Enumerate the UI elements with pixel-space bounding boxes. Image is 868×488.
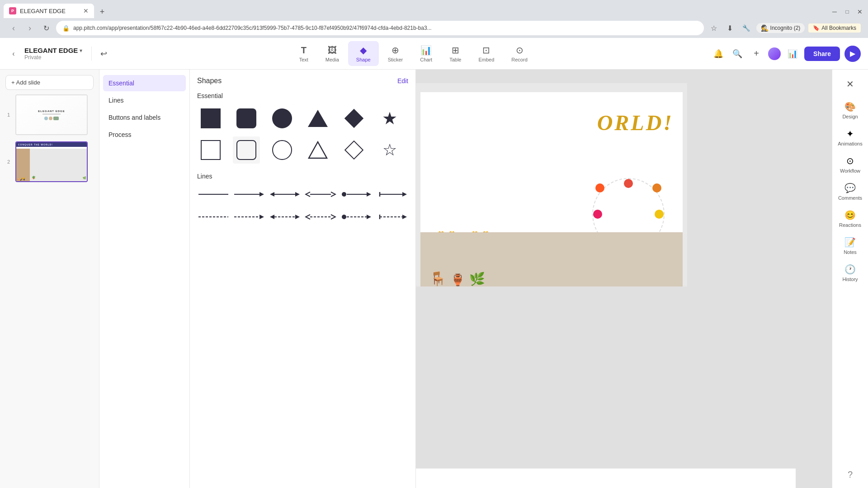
forward-nav-button[interactable]: › [24,22,36,34]
history-icon: 🕐 [844,264,856,275]
refresh-nav-button[interactable]: ↻ [40,22,52,34]
design-panel-item[interactable]: 🎨 Design [834,98,867,123]
tab-close-icon[interactable]: ✕ [83,7,89,14]
line-dashed-arrow[interactable] [233,208,265,226]
profile-button[interactable]: 🕵 Incognito (2) [756,23,805,33]
tool-chart[interactable]: 📊 Chart [412,41,440,66]
line-circle-arrow[interactable] [340,185,373,203]
shape-categories-panel: Essential Lines Buttons and labels Proce… [99,70,190,488]
new-tab-button[interactable]: + [96,5,108,18]
shape-star-filled[interactable]: ★ [376,105,403,132]
slide-item-1[interactable]: 1 ELEGANT EDGE [15,94,94,135]
window-maximize-button[interactable]: □ [841,5,854,18]
line-dashed-bar-arrow[interactable] [376,208,408,226]
history-panel-item[interactable]: 🕐 History [834,260,867,286]
lines-section-label: Lines [197,173,408,180]
reactions-panel-item[interactable]: 😊 Reactions [834,206,867,231]
edit-button[interactable]: Edit [397,77,408,84]
bookmark-star-icon[interactable]: ☆ [708,22,720,34]
close-panel-button[interactable]: ✕ [839,74,862,94]
tool-embed[interactable]: ⊡ Embed [470,41,502,66]
add-slide-button[interactable]: + Add slide [5,75,94,90]
window-close-button[interactable]: ✕ [854,5,866,18]
svg-marker-6 [295,192,300,197]
undo-button[interactable]: ↩ [95,46,112,62]
shape-square-filled[interactable] [197,105,224,132]
line-open-arrow-both[interactable] [304,185,336,203]
notes-panel-item[interactable]: 📝 Notes [834,233,867,258]
comments-label: Comments [838,195,862,201]
history-label: History [842,277,858,282]
line-double-arrow-svg [269,191,301,198]
help-panel-item[interactable]: ? [834,466,867,483]
text-tool-label: Text [299,57,308,62]
slide-item-2[interactable]: 2 CONQUER THE WORLD! 👐 🪴 🌿 [15,141,94,182]
svg-marker-26 [402,215,407,219]
table-tool-icon: ⊞ [452,45,459,56]
line-plain-svg [198,193,229,195]
lock-icon: 🔒 [62,25,70,32]
shape-triangle-outline[interactable] [304,136,331,164]
line-plain[interactable] [197,185,229,203]
workflow-panel-item[interactable]: ⊙ Workflow [834,152,867,177]
shapes-panel-header: Shapes Edit [197,77,408,85]
slide-thumbnail-2[interactable]: CONQUER THE WORLD! 👐 🪴 🌿 [15,141,88,182]
tool-record[interactable]: ⊙ Record [503,41,535,66]
reactions-label: Reactions [839,222,861,228]
line-arrow-right[interactable] [233,185,265,203]
tool-text[interactable]: T Text [291,42,316,66]
category-essential[interactable]: Essential [103,75,186,91]
shape-panel: Essential Lines Buttons and labels Proce… [99,70,416,488]
address-bar[interactable]: 🔒 app.pitch.com/app/presentation/58f67c2… [56,21,704,35]
shape-diamond-outline[interactable] [340,136,368,164]
workflow-icon: ⊙ [846,155,854,166]
sticker-tool-label: Sticker [388,57,403,62]
line-dashed-circle-arrow[interactable] [340,208,373,226]
shape-circle-filled[interactable] [269,105,296,132]
shape-diamond-filled[interactable] [340,105,368,132]
category-process[interactable]: Process [103,127,186,143]
tool-media[interactable]: 🖼 Media [317,42,347,66]
present-icon[interactable]: 📊 [785,47,800,61]
shapes-content-panel: Shapes Edit Essential [190,70,416,488]
browser-tab-bar: P ELEGANT EDGE ✕ + ─ □ ✕ [0,0,868,18]
category-lines[interactable]: Lines [103,92,186,108]
animations-panel-item[interactable]: ✦ Animations [834,125,867,150]
active-browser-tab[interactable]: P ELEGANT EDGE ✕ [4,4,94,18]
tool-table[interactable]: ⊞ Table [441,41,469,66]
line-bar-arrow[interactable] [376,185,408,203]
shape-rounded-square-filled[interactable] [233,105,260,132]
canvas-area: Essential Lines Buttons and labels Proce… [99,70,832,488]
shape-square-outline[interactable] [197,136,224,164]
shape-circle-outline[interactable] [269,136,296,164]
line-dashed-open-both[interactable] [304,208,336,226]
shape-rounded-square-outline[interactable] [233,136,260,164]
tool-sticker[interactable]: ⊕ Sticker [380,41,411,66]
extensions-icon[interactable]: 🔧 [740,22,753,34]
notification-icon[interactable]: 🔔 [711,47,726,61]
add-icon[interactable]: + [749,47,764,61]
line-circle-arrow-svg [340,191,372,198]
sidebar-collapse-button[interactable]: ‹ [7,47,20,60]
line-double-arrow[interactable] [269,185,301,203]
slide-number-1: 1 [7,112,10,117]
window-minimize-button[interactable]: ─ [828,5,841,18]
shape-star-outline[interactable]: ☆ [376,136,403,164]
shape-triangle-filled[interactable] [304,105,331,132]
share-button[interactable]: Share [804,47,840,61]
tool-shape[interactable]: ◆ Shape [348,41,379,66]
play-button[interactable]: ▶ [844,46,861,62]
back-nav-button[interactable]: ‹ [7,22,20,34]
main-layout: + Add slide 1 ELEGANT EDGE [0,70,868,488]
category-buttons[interactable]: Buttons and labels [103,109,186,126]
search-icon[interactable]: 🔍 [730,47,745,61]
line-dashed-plain[interactable] [197,208,229,226]
comments-panel-item[interactable]: 💬 Comments [834,179,867,204]
all-bookmarks-btn[interactable]: 🔖 All Bookmarks [808,23,861,33]
download-icon[interactable]: ⬇ [724,22,736,34]
project-dropdown-icon[interactable]: ▾ [80,47,82,54]
line-dashed-double-arrow[interactable] [269,208,301,226]
line-open-arrow-both-svg [305,191,336,198]
project-info: ELEGANT EDGE ▾ Private [24,47,82,61]
slide-thumbnail-1[interactable]: ELEGANT EDGE [15,94,88,135]
